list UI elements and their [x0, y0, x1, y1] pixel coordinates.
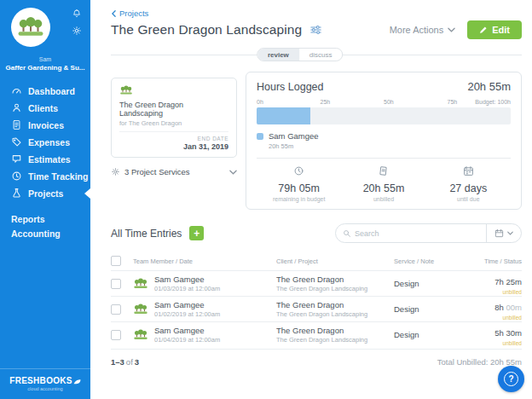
- stat-until-due: 27 days until due: [426, 159, 511, 209]
- sidebar-item-clients[interactable]: Clients: [0, 100, 90, 117]
- client-name: The Green Dragon: [276, 326, 394, 335]
- sidebar-item-dashboard[interactable]: Dashboard: [0, 83, 90, 100]
- entry-time-muted: 00m: [504, 303, 522, 312]
- entry-date: 01/02/2019 at 12:00am: [154, 310, 220, 318]
- estimates-icon: [11, 153, 22, 165]
- sidebar-quick-icons: [72, 9, 82, 36]
- stat-label: until due: [426, 196, 511, 202]
- search-input[interactable]: [355, 229, 479, 238]
- hours-bar-fill: [257, 107, 310, 124]
- sidebar-item-projects[interactable]: Projects: [0, 185, 90, 202]
- edit-button[interactable]: Edit: [467, 20, 522, 39]
- table-row[interactable]: Sam Gamgee 01/03/2019 at 12:00am The Gre…: [111, 270, 522, 296]
- legend-name: Sam Gamgee: [269, 131, 319, 141]
- sidebar-nav-secondary: Reports Accounting: [0, 212, 90, 241]
- sidebar-top: [0, 0, 90, 56]
- bell-icon[interactable]: [72, 9, 82, 19]
- services-icon: [111, 167, 120, 176]
- service-name: Design: [394, 304, 440, 314]
- entry-time: 7h 25m: [494, 277, 522, 286]
- column-header-member[interactable]: Team Member / Date: [133, 257, 276, 265]
- trees-avatar-icon: [133, 304, 148, 315]
- column-header-client[interactable]: Client / Project: [276, 257, 394, 265]
- invoices-icon: [11, 119, 22, 130]
- dashboard-icon: [11, 85, 22, 96]
- calendar-icon: [463, 165, 474, 176]
- nav-label: Accounting: [11, 228, 61, 239]
- row-checkbox[interactable]: [111, 330, 121, 340]
- more-actions-button[interactable]: More Actions: [390, 25, 456, 35]
- stat-remaining: 79h 05m remaining in budget: [257, 159, 341, 209]
- project-services-toggle[interactable]: 3 Project Services: [111, 167, 237, 176]
- sidebar-item-expenses[interactable]: Expenses: [0, 134, 90, 151]
- sidebar-item-reports[interactable]: Reports: [0, 212, 90, 227]
- time-entries-header: All Time Entries +: [111, 223, 522, 243]
- tab-review[interactable]: review: [257, 49, 299, 61]
- help-button[interactable]: ?: [498, 366, 524, 392]
- hours-stats: 79h 05m remaining in budget 20h 55m unbi…: [257, 158, 511, 209]
- nav-label: Clients: [28, 103, 58, 113]
- date-filter-button[interactable]: [486, 224, 521, 242]
- search-bar: [335, 223, 522, 243]
- budget-axis: 0h 25h 50h 75h Budget: 100h: [257, 99, 511, 107]
- trees-logo-icon: [16, 16, 45, 38]
- chevron-left-icon: [111, 10, 117, 17]
- table-row[interactable]: Sam Gamgee 01/02/2019 at 12:00am The Gre…: [111, 296, 522, 321]
- sidebar-item-invoices[interactable]: Invoices: [0, 117, 90, 134]
- stat-value: 27 days: [426, 182, 511, 194]
- end-date-label: END DATE: [119, 136, 228, 142]
- freshbooks-tagline: cloud accounting: [0, 386, 90, 391]
- column-header-time[interactable]: Time / Status: [440, 257, 522, 265]
- nav-label: Dashboard: [28, 86, 75, 96]
- sidebar-item-time-tracking[interactable]: Time Tracking: [0, 168, 90, 185]
- client-name: The Green Dragon: [276, 300, 394, 309]
- table-row[interactable]: Sam Gamgee 01/04/2019 at 12:00am The Gre…: [111, 321, 522, 347]
- project-card-column: The Green Dragon Landscaping for The Gre…: [111, 72, 237, 210]
- more-actions-label: More Actions: [390, 25, 444, 35]
- review-discuss-toggle: review discuss: [111, 48, 522, 61]
- hours-legend: Sam Gamgee 20h 55m: [257, 131, 511, 150]
- services-label: 3 Project Services: [124, 167, 190, 176]
- select-all-checkbox[interactable]: [111, 256, 121, 266]
- nav-label: Time Tracking: [28, 171, 88, 182]
- sidebar-item-accounting[interactable]: Accounting: [0, 227, 90, 241]
- edit-label: Edit: [492, 25, 510, 35]
- company-avatar[interactable]: [11, 8, 50, 47]
- trees-logo-icon: [119, 85, 133, 95]
- hours-logged-panel: Hours Logged 20h 55m 0h 25h 50h 75h Budg…: [246, 72, 522, 210]
- entry-status: unbilled: [440, 289, 522, 295]
- sidebar-user-block: Sam Gaffer Gardening & Su...: [0, 56, 90, 72]
- service-name: Design: [394, 330, 440, 339]
- card-end-date: END DATE Jan 31, 2019: [119, 131, 228, 151]
- tab-discuss[interactable]: discuss: [299, 49, 343, 61]
- row-checkbox[interactable]: [111, 279, 121, 289]
- sidebar-footer: FreshBooks cloud accounting: [0, 368, 90, 399]
- company-name[interactable]: Gaffer Gardening & Su...: [0, 64, 90, 72]
- entry-status: unbilled: [440, 315, 522, 321]
- axis-tick: 25h: [321, 99, 331, 105]
- axis-tick: 0h: [257, 99, 263, 105]
- freshbooks-logo: FreshBooks: [9, 376, 72, 385]
- add-time-entry-button[interactable]: +: [189, 226, 204, 240]
- table-footer: 1–3of3 Total Unbilled: 20h 55m: [111, 349, 522, 367]
- row-checkbox[interactable]: [111, 304, 121, 315]
- help-icon: ?: [504, 372, 518, 386]
- hours-bar-track: [257, 107, 511, 124]
- time-tracking-icon: [11, 171, 22, 182]
- budget-label: Budget: 100h: [475, 99, 511, 105]
- gear-icon[interactable]: [72, 26, 82, 36]
- sidebar-item-estimates[interactable]: Estimates: [0, 151, 90, 168]
- service-name: Design: [394, 279, 440, 288]
- calendar-icon: [494, 228, 504, 238]
- axis-tick: 75h: [448, 99, 458, 105]
- pagination-of: of: [124, 357, 135, 367]
- breadcrumb-label: Projects: [119, 9, 148, 18]
- project-card[interactable]: The Green Dragon Landscaping for The Gre…: [111, 78, 237, 158]
- legend-swatch: [257, 133, 263, 140]
- pagination-range: 1–3: [111, 357, 124, 367]
- filter-sliders-icon[interactable]: [309, 24, 322, 36]
- column-header-service[interactable]: Service / Note: [394, 257, 440, 265]
- plus-icon: +: [194, 228, 200, 239]
- breadcrumb[interactable]: Projects: [111, 9, 148, 18]
- overview-row: The Green Dragon Landscaping for The Gre…: [111, 72, 522, 210]
